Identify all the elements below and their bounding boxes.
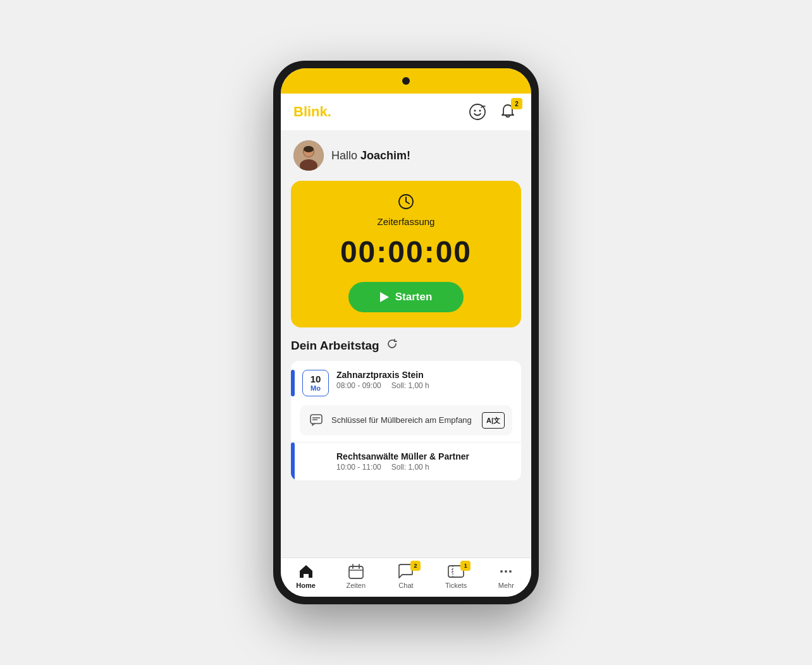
zeiten-icon-wrap <box>347 563 366 580</box>
svg-point-2 <box>479 110 481 112</box>
workday-section: Dein Arbeitstag 10 Mo <box>281 338 531 491</box>
chat-bubble-svg <box>309 413 323 427</box>
svg-rect-11 <box>311 415 322 424</box>
message-icon <box>307 412 325 429</box>
greeting-section: Hallo Joachim! <box>281 130 531 178</box>
translate-icon[interactable]: A|文 <box>482 412 505 429</box>
time-tracking-card[interactable]: Zeiterfassung 00:00:00 Starten <box>291 181 521 327</box>
shift-item[interactable]: 10 Mo Zahnarztpraxis Stein 08:00 - 09:00… <box>291 361 521 405</box>
time-tracking-label: Zeiterfassung <box>378 216 435 227</box>
svg-rect-14 <box>349 566 363 578</box>
bell-icon-wrap[interactable]: 2 <box>497 101 519 123</box>
bottom-nav: Home Zeiten <box>281 558 531 597</box>
camera-dot <box>402 77 410 85</box>
notification-badge: 2 <box>511 98 522 109</box>
nav-label-chat: Chat <box>398 582 413 589</box>
workday-card: 10 Mo Zahnarztpraxis Stein 08:00 - 09:00… <box>291 361 521 480</box>
header-icons: 2 <box>467 101 519 123</box>
shift-2-indicator <box>291 442 295 480</box>
nav-item-chat[interactable]: 2 Chat <box>387 563 425 589</box>
status-bar <box>281 68 531 94</box>
app-header: Blink. <box>281 94 531 130</box>
time-display: 00:00:00 <box>340 235 472 269</box>
nav-label-tickets: Tickets <box>445 582 467 589</box>
nav-item-zeiten[interactable]: Zeiten <box>337 563 375 589</box>
svg-point-23 <box>505 570 507 573</box>
avatar <box>293 140 324 171</box>
shift-info: Zahnarztpraxis Stein 08:00 - 09:00 Soll:… <box>336 370 512 390</box>
shift-soll: Soll: 1,00 h <box>391 381 429 390</box>
date-box: 10 Mo <box>302 370 329 396</box>
more-svg <box>497 563 515 580</box>
shift-meta: 08:00 - 09:00 Soll: 1,00 h <box>336 381 512 390</box>
svg-point-7 <box>304 146 314 152</box>
nav-label-mehr: Mehr <box>498 582 514 589</box>
greeting-name: Joachim! <box>360 149 410 162</box>
mehr-icon <box>496 563 515 580</box>
date-indicator <box>291 370 295 396</box>
calendar-svg <box>348 563 364 580</box>
tickets-badge: 1 <box>460 561 471 571</box>
shift-2-time: 10:00 - 11:00 <box>336 463 381 472</box>
logo-text: Blink <box>293 104 328 119</box>
greeting-text: Hallo Joachim! <box>331 149 410 162</box>
play-icon <box>380 292 389 302</box>
shift-2-name: Rechtsanwälte Müller & Partner <box>336 451 512 461</box>
zeiten-icon <box>347 563 366 580</box>
home-icon-wrap <box>297 563 316 580</box>
mehr-icon-wrap <box>496 563 515 580</box>
clock-svg <box>398 193 414 210</box>
emoji-icon-wrap[interactable] <box>467 101 488 123</box>
start-button-label: Starten <box>395 291 433 303</box>
phone-screen: Blink. <box>281 68 531 597</box>
logo-dot: . <box>328 104 331 119</box>
nav-label-home: Home <box>296 582 316 589</box>
refresh-icon[interactable] <box>386 338 398 353</box>
home-icon <box>297 563 316 580</box>
chat-icon-wrap: 2 <box>397 563 415 580</box>
nav-item-mehr[interactable]: Mehr <box>487 563 525 589</box>
nav-item-tickets[interactable]: 1 Tickets <box>437 563 475 589</box>
workday-header: Dein Arbeitstag <box>291 338 521 353</box>
emoji-svg <box>469 103 486 121</box>
nav-item-home[interactable]: Home <box>287 563 325 589</box>
svg-point-24 <box>509 570 512 573</box>
message-text: Schlüssel für Müllbereich am Empfang <box>331 415 476 426</box>
svg-line-10 <box>406 202 409 204</box>
nav-label-zeiten: Zeiten <box>346 582 366 589</box>
avatar-image <box>293 140 324 171</box>
shift-2-info-wrap: Rechtsanwälte Müller & Partner 10:00 - 1… <box>302 442 521 480</box>
shift-2-info: Rechtsanwälte Müller & Partner 10:00 - 1… <box>302 451 512 472</box>
emoji-reaction-icon[interactable] <box>467 101 488 123</box>
shift-2-container[interactable]: Rechtsanwälte Müller & Partner 10:00 - 1… <box>291 442 521 480</box>
workday-title: Dein Arbeitstag <box>291 339 379 353</box>
svg-point-1 <box>474 110 476 112</box>
clock-icon <box>398 193 414 214</box>
chat-badge: 2 <box>410 561 421 571</box>
app-content: Blink. <box>281 94 531 558</box>
date-weekday: Mo <box>311 384 321 392</box>
start-button[interactable]: Starten <box>348 282 464 312</box>
refresh-svg <box>386 338 398 350</box>
app-logo: Blink. <box>293 104 331 120</box>
home-svg <box>298 563 314 580</box>
shift-2-soll: Soll: 1,00 h <box>391 463 429 472</box>
message-preview[interactable]: Schlüssel für Müllbereich am Empfang A|文 <box>300 405 512 436</box>
shift-time: 08:00 - 09:00 <box>336 381 381 390</box>
shift-2-meta: 10:00 - 11:00 Soll: 1,00 h <box>336 463 512 472</box>
phone-device: Blink. <box>273 61 539 604</box>
date-day: 10 <box>311 374 321 385</box>
shift-name: Zahnarztpraxis Stein <box>336 370 512 380</box>
svg-point-22 <box>500 570 503 573</box>
tickets-icon-wrap: 1 <box>446 563 465 580</box>
greeting-prefix: Hallo <box>331 149 360 162</box>
